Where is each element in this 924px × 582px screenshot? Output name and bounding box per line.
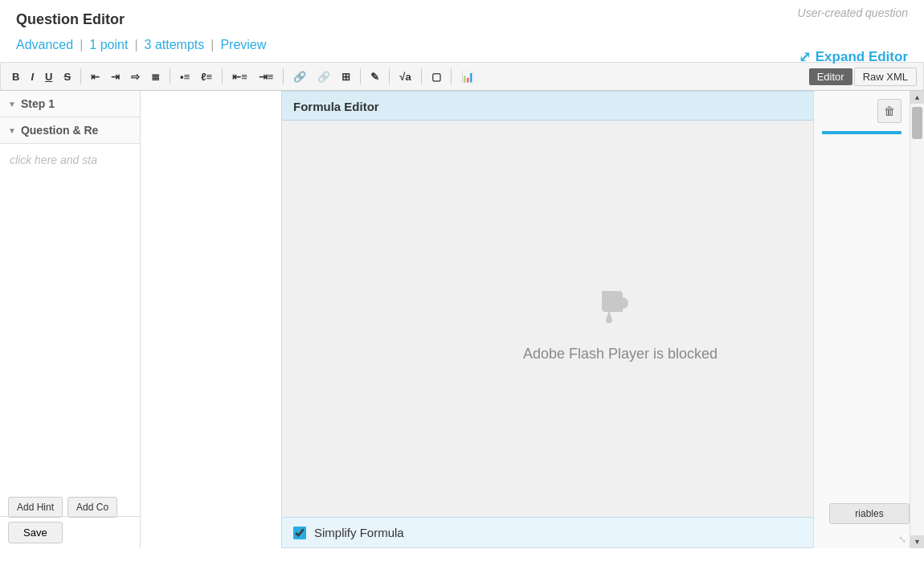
flash-blocked-icon	[592, 275, 648, 331]
attempts-link[interactable]: 3 attempts	[145, 38, 205, 52]
expand-icon: ⤢	[799, 48, 811, 66]
resize-handle[interactable]: ⤡	[898, 534, 906, 545]
align-right-button[interactable]: ⇨	[126, 68, 145, 85]
toolbar-separator-7	[421, 68, 422, 84]
add-correct-button[interactable]: Add Co	[67, 497, 117, 518]
points-link[interactable]: 1 point	[89, 38, 128, 52]
editor-content-area[interactable]: Formula Editor Adobe Flash Player is blo…	[141, 91, 813, 548]
save-button[interactable]: Save	[8, 522, 63, 543]
toolbar-separator-6	[389, 68, 390, 84]
step1-header[interactable]: ▼ Step 1	[0, 91, 140, 117]
preview-link[interactable]: Preview	[220, 38, 266, 52]
far-right-scrollbar[interactable]: ▲ ▼	[910, 91, 924, 548]
bullet-list-button[interactable]: •≡	[175, 68, 194, 85]
delete-btn-area: 🗑	[814, 91, 910, 131]
editor-toolbar: B I U S ⇤ ⇥ ⇨ ≣ •≡ ℓ≡ ⇤≡ ⇥≡ 🔗 🔗 ⊞ ✎ √a ▢…	[0, 62, 924, 91]
justify-button[interactable]: ≣	[146, 68, 165, 85]
flash-blocked-text: Adobe Flash Player is blocked	[523, 346, 718, 363]
toolbar-separator-5	[360, 68, 361, 84]
toolbar-separator-1	[80, 68, 81, 84]
num-list-button[interactable]: ℓ≡	[196, 68, 217, 85]
step1-label: Step 1	[21, 97, 55, 110]
question-response-section: ▼ Question & Re	[0, 117, 140, 144]
scroll-thumb	[912, 107, 922, 139]
formula-editor-title: Formula Editor	[282, 92, 813, 121]
raw-xml-tab-button[interactable]: Raw XML	[854, 68, 917, 86]
simplify-formula-label[interactable]: Simplify Formula	[314, 526, 404, 539]
right-panel: 🗑 ⤡ riables	[813, 91, 910, 548]
toolbar-separator-4	[283, 68, 284, 84]
scroll-up-arrow[interactable]: ▲	[910, 91, 924, 104]
toolbar-separator-2	[170, 68, 170, 84]
formula-tool-button[interactable]: ✎	[366, 68, 384, 85]
image-button[interactable]: ▢	[427, 68, 446, 85]
editor-main: ▼ Step 1 ▼ Question & Re click here and …	[0, 91, 924, 548]
question-response-header[interactable]: ▼ Question & Re	[0, 117, 140, 143]
save-row: Save	[0, 516, 141, 548]
delete-button[interactable]: 🗑	[877, 99, 902, 123]
align-center-button[interactable]: ⇥	[106, 68, 125, 85]
underline-button[interactable]: U	[40, 68, 57, 85]
formula-editor-footer: Simplify Formula	[282, 517, 813, 547]
scroll-track[interactable]	[910, 104, 924, 535]
step1-arrow: ▼	[8, 100, 16, 109]
indent-button[interactable]: ⇥≡	[254, 68, 279, 85]
editor-tab-button[interactable]: Editor	[809, 68, 852, 85]
add-hint-button[interactable]: Add Hint	[8, 497, 63, 518]
strikethrough-button[interactable]: S	[59, 68, 76, 85]
italic-button[interactable]: I	[26, 68, 39, 85]
formula-editor-body: Adobe Flash Player is blocked	[282, 121, 813, 517]
nav-sep-3: |	[211, 38, 214, 52]
table-button[interactable]: ⊞	[337, 68, 355, 85]
right-panel-content: ⤡ riables	[814, 141, 910, 548]
expand-editor-button[interactable]: ⤢ Expand Editor	[799, 48, 908, 66]
nav-sep-2: |	[134, 38, 137, 52]
scroll-down-arrow[interactable]: ▼	[910, 535, 924, 548]
outdent-button[interactable]: ⇤≡	[227, 68, 252, 85]
toolbar-separator-8	[451, 68, 452, 84]
editor-placeholder[interactable]: click here and sta	[0, 144, 140, 176]
blue-accent-bar	[822, 131, 902, 134]
advanced-link[interactable]: Advanced	[16, 38, 73, 52]
sqrt-button[interactable]: √a	[395, 68, 415, 85]
nav-sep-1: |	[80, 38, 83, 52]
step1-section: ▼ Step 1	[0, 91, 140, 117]
user-created-label: User-created question	[798, 6, 908, 19]
bold-button[interactable]: B	[7, 68, 24, 85]
nav-links: Advanced | 1 point | 3 attempts | Previe…	[16, 38, 908, 52]
unlink-button[interactable]: 🔗	[313, 68, 335, 85]
toolbar-separator-3	[222, 68, 223, 84]
chart-button[interactable]: 📊	[456, 68, 479, 85]
link-button[interactable]: 🔗	[288, 68, 311, 85]
formula-editor-overlay: Formula Editor Adobe Flash Player is blo…	[281, 91, 813, 548]
variables-button[interactable]: riables	[829, 503, 910, 524]
header: User-created question Question Editor ⤢ …	[0, 0, 924, 52]
simplify-formula-checkbox[interactable]	[293, 527, 306, 539]
page-title: Question Editor	[16, 11, 908, 28]
question-response-arrow: ▼	[8, 126, 16, 135]
left-panel: ▼ Step 1 ▼ Question & Re click here and …	[0, 91, 141, 548]
question-response-label: Question & Re	[21, 124, 98, 137]
align-left-button[interactable]: ⇤	[86, 68, 104, 85]
